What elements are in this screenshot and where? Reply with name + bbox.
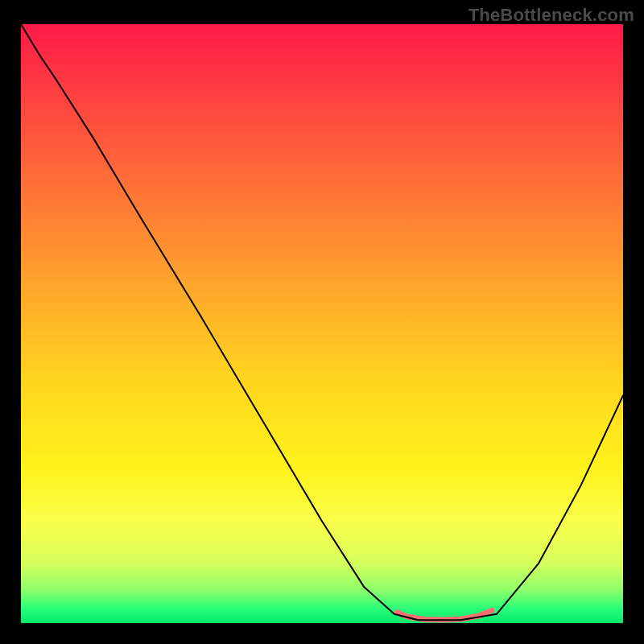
bottleneck-chart xyxy=(0,0,644,644)
chart-stage: TheBottleneck.com xyxy=(0,0,644,644)
plot-background xyxy=(21,24,623,623)
watermark-text: TheBottleneck.com xyxy=(469,5,634,26)
